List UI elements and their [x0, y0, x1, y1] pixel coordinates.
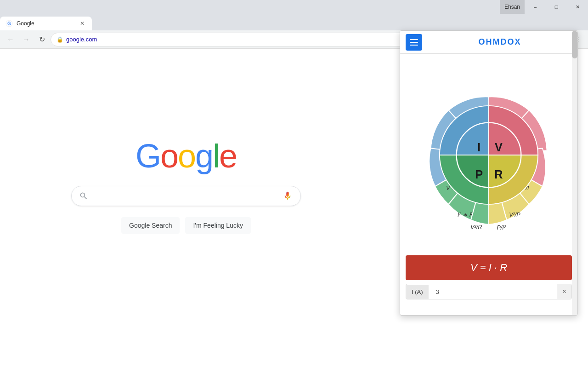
svg-text:P: P	[475, 168, 483, 181]
logo-o2: o	[178, 137, 195, 175]
svg-text:V: V	[495, 141, 503, 154]
svg-text:V²/P: V²/P	[509, 212, 520, 218]
logo-G: G	[136, 137, 160, 175]
scrollbar[interactable]	[572, 31, 577, 315]
logo-l: l	[213, 137, 219, 175]
reload-button[interactable]: ↻	[35, 33, 49, 46]
svg-text:G: G	[7, 21, 11, 26]
search-bar	[71, 186, 301, 206]
search-bar-container	[71, 186, 301, 206]
svg-text:I² ∗ R: I² ∗ R	[458, 212, 474, 218]
minimize-button[interactable]: –	[525, 0, 546, 14]
browser-tab[interactable]: G Google ✕	[0, 17, 92, 30]
tab-close-button[interactable]: ✕	[78, 19, 86, 28]
input-row: I (A) ×	[406, 284, 572, 299]
extension-panel: OHMDOX V/R I ∗ R P/V P/I √P/R √P	[400, 30, 578, 316]
profile-name: Ehsan	[504, 4, 520, 10]
svg-text:I: I	[477, 141, 481, 154]
back-button[interactable]: ←	[4, 33, 17, 46]
logo-o1: o	[160, 137, 178, 175]
hamburger-line-3	[410, 45, 418, 46]
input-clear-button[interactable]: ×	[557, 284, 571, 299]
input-label: I (A)	[406, 285, 429, 299]
input-field[interactable]	[432, 285, 553, 299]
search-buttons: Google Search I'm Feeling Lucky	[121, 217, 251, 234]
wheel-container: V/R I ∗ R P/V P/I √P/R √P ∗ R V ∗ I	[400, 54, 577, 252]
svg-text:R: R	[494, 168, 503, 181]
logo-g: g	[195, 137, 213, 175]
ohm-wheel[interactable]: V/R I ∗ R P/V P/I √P/R √P ∗ R V ∗ I	[404, 63, 574, 247]
mic-icon[interactable]	[282, 190, 293, 201]
svg-text:P/I²: P/I²	[497, 224, 506, 231]
hamburger-line-2	[410, 42, 418, 43]
window-controls: – □ ✕	[525, 0, 588, 14]
maximize-button[interactable]: □	[546, 0, 567, 14]
google-search-button[interactable]: Google Search	[121, 217, 180, 234]
title-bar: Ehsan – □ ✕	[0, 0, 588, 14]
search-input[interactable]	[93, 192, 277, 200]
lucky-button[interactable]: I'm Feeling Lucky	[185, 217, 251, 234]
close-button[interactable]: ✕	[567, 0, 588, 14]
hamburger-line-1	[410, 39, 418, 40]
formula-bar: V = I · R	[406, 255, 572, 280]
lock-icon: 🔒	[57, 36, 63, 43]
search-icon	[79, 191, 88, 201]
logo-e: e	[219, 137, 237, 175]
tab-label: Google	[17, 20, 74, 27]
scroll-thumb[interactable]	[572, 31, 577, 58]
forward-button[interactable]: →	[19, 33, 33, 46]
svg-text:V²/R: V²/R	[470, 224, 482, 230]
google-page: G o o g l e	[0, 49, 372, 368]
profile-label: Ehsan	[500, 0, 525, 14]
tab-bar: G Google ✕	[0, 14, 588, 30]
formula-text: V = I · R	[470, 262, 507, 274]
google-logo: G o o g l e	[136, 137, 237, 175]
hamburger-button[interactable]	[406, 34, 422, 51]
ext-header: OHMDOX	[400, 31, 577, 54]
tab-favicon: G	[6, 20, 13, 27]
ext-title: OHMDOX	[428, 37, 572, 47]
